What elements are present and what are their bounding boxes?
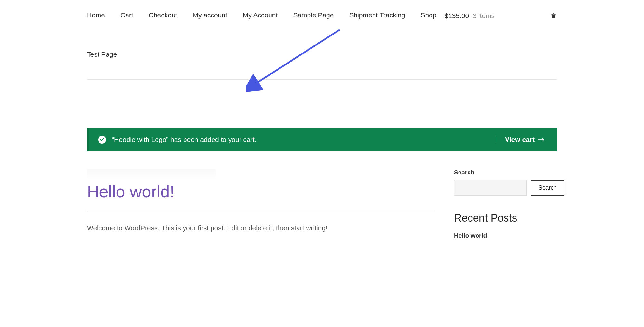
nav-item-checkout[interactable]: Checkout (149, 11, 177, 19)
search-label: Search (454, 169, 557, 176)
nav-item-cart[interactable]: Cart (120, 11, 133, 19)
post-body: Welcome to WordPress. This is your first… (87, 223, 435, 233)
content-area: “Hoodie with Logo” has been added to you… (87, 80, 557, 239)
check-circle-icon (98, 136, 106, 144)
faded-header-block (87, 169, 216, 180)
nav-item-my-account-2[interactable]: My Account (243, 11, 278, 19)
recent-posts-widget: Recent Posts Hello world! (454, 212, 557, 239)
cart-item-count: 3 items (473, 12, 495, 20)
arrow-right-icon (538, 138, 545, 142)
nav-item-shipment-tracking[interactable]: Shipment Tracking (349, 11, 405, 19)
nav-item-my-account[interactable]: My account (193, 11, 227, 19)
main-grid: Hello world! Welcome to WordPress. This … (87, 169, 557, 239)
notice-message: “Hoodie with Logo” has been added to you… (112, 136, 256, 144)
header-nav: Home Cart Checkout My account My Account… (87, 0, 557, 80)
cart-total-price: $135.00 (444, 12, 469, 20)
main-content: Hello world! Welcome to WordPress. This … (87, 169, 435, 239)
nav-item-shop[interactable]: Shop (421, 11, 436, 19)
nav-item-home[interactable]: Home (87, 11, 105, 19)
primary-nav-menu: Home Cart Checkout My account My Account… (87, 0, 441, 79)
view-cart-label: View cart (505, 136, 535, 144)
view-cart-link[interactable]: View cart (497, 136, 545, 144)
nav-item-test-page[interactable]: Test Page (87, 51, 117, 58)
notice-content: “Hoodie with Logo” has been added to you… (98, 136, 256, 144)
nav-item-sample-page[interactable]: Sample Page (293, 11, 334, 19)
recent-posts-title: Recent Posts (454, 212, 557, 224)
search-widget: Search Search (454, 169, 557, 196)
recent-post-link[interactable]: Hello world! (454, 232, 489, 239)
cart-summary[interactable]: $135.00 3 items (444, 0, 557, 20)
search-button[interactable]: Search (531, 180, 564, 196)
post-title[interactable]: Hello world! (87, 182, 435, 211)
search-input[interactable] (454, 180, 527, 196)
basket-icon[interactable] (550, 12, 557, 19)
woocommerce-notice: “Hoodie with Logo” has been added to you… (87, 128, 557, 151)
sidebar: Search Search Recent Posts Hello world! (454, 169, 557, 239)
